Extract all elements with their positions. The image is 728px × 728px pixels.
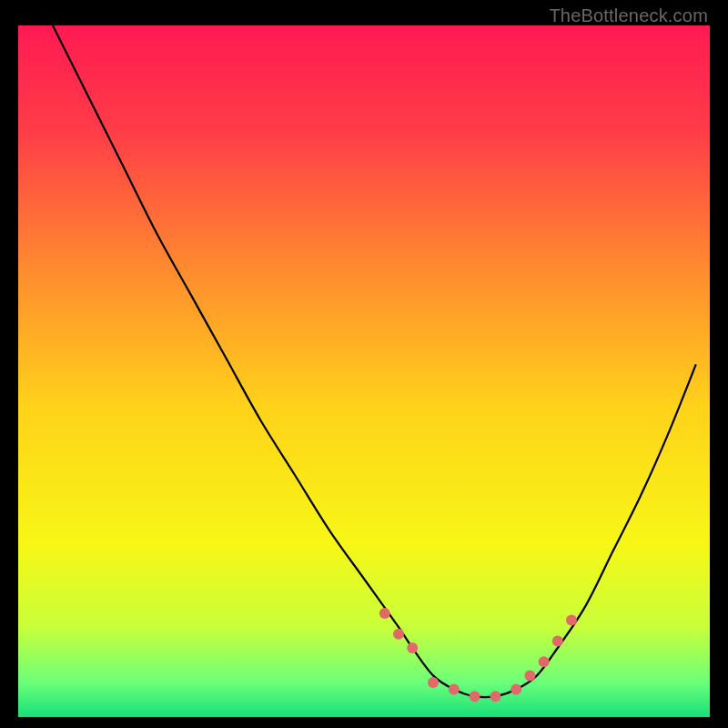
chart-frame: [18, 25, 710, 717]
watermark-text: TheBottleneck.com: [549, 5, 708, 26]
highlight-dot: [393, 629, 404, 640]
highlight-dot: [407, 642, 418, 653]
highlight-dot: [539, 656, 550, 667]
highlight-dot: [470, 691, 480, 702]
highlight-dot: [428, 677, 439, 688]
highlight-dot: [379, 608, 390, 619]
highlight-dot: [524, 670, 535, 681]
chart-svg: [18, 25, 710, 717]
highlight-dot: [449, 684, 460, 695]
chart-background: [18, 25, 710, 717]
highlight-dot: [511, 684, 521, 695]
highlight-dot: [552, 635, 563, 646]
highlight-dot: [566, 615, 577, 626]
highlight-dot: [490, 691, 500, 702]
